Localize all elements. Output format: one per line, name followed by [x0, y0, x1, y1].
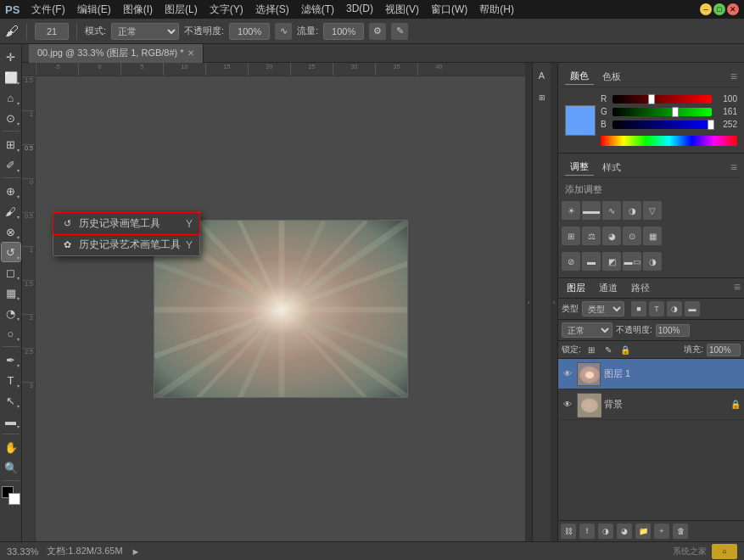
history-brush-tool[interactable]: ↺▾: [2, 243, 20, 261]
mode-select[interactable]: 正常: [111, 23, 179, 40]
type-filter-select[interactable]: 类型: [582, 301, 624, 316]
shape-tool[interactable]: ▬▾: [2, 412, 20, 430]
adj-panel-options[interactable]: ≡: [730, 160, 737, 174]
opacity-input[interactable]: [656, 324, 690, 337]
green-thumb[interactable]: [672, 107, 679, 117]
dodge-tool[interactable]: ○▾: [2, 324, 20, 343]
menu-view[interactable]: 视图(V): [380, 1, 424, 19]
extra-tool-2[interactable]: ⊞: [533, 88, 551, 107]
menu-file[interactable]: 文件(F): [26, 1, 70, 19]
levels-adj[interactable]: ▬▬: [582, 201, 601, 220]
new-adj-layer-btn[interactable]: ◕: [617, 524, 632, 539]
add-mask-btn[interactable]: ◑: [598, 524, 613, 539]
opacity-input[interactable]: [229, 23, 270, 40]
close-button[interactable]: ✕: [727, 3, 739, 15]
lock-all-btn[interactable]: 🔒: [618, 343, 632, 356]
layers-panel-options[interactable]: ≡: [734, 280, 741, 296]
color-tab[interactable]: 颜色: [565, 68, 594, 85]
photo-adj[interactable]: ⊙: [623, 227, 641, 245]
color-panel-options[interactable]: ≡: [730, 70, 737, 83]
flow-input[interactable]: [323, 23, 364, 40]
gradient-tool[interactable]: ▦▾: [2, 283, 20, 302]
layer-1-visibility[interactable]: 👁: [562, 368, 573, 380]
fill-input[interactable]: [707, 344, 741, 356]
new-group-btn[interactable]: 📁: [635, 524, 651, 539]
text-tool[interactable]: T▾: [2, 371, 20, 389]
selection-tool[interactable]: ⬜▾: [2, 68, 20, 87]
spectrum-bar[interactable]: [601, 136, 737, 146]
extra-option-icon[interactable]: ✎: [391, 23, 408, 40]
canvas-inner[interactable]: ↺ 历史记录画笔工具 Y ✿ 历史记录艺术画笔工具 Y: [36, 76, 525, 541]
maximize-button[interactable]: □: [713, 3, 725, 15]
menu-help[interactable]: 帮助(H): [474, 1, 519, 19]
bw-adj[interactable]: ◕: [602, 227, 621, 245]
menu-layer[interactable]: 图层(L): [159, 1, 203, 19]
adj-tab[interactable]: 调整: [565, 159, 594, 176]
swatches-tab[interactable]: 色板: [597, 69, 626, 85]
quick-select-tool[interactable]: ⊙▾: [2, 109, 20, 127]
menu-image[interactable]: 图像(I): [118, 1, 158, 19]
brightness-adj[interactable]: ☀: [562, 201, 580, 220]
delete-layer-btn[interactable]: 🗑: [673, 524, 688, 539]
green-track[interactable]: [613, 108, 712, 116]
brush-size-input[interactable]: [35, 23, 69, 40]
path-select-tool[interactable]: ↖▾: [2, 391, 20, 410]
red-thumb[interactable]: [648, 94, 655, 104]
channels-tab[interactable]: 通道: [594, 280, 623, 296]
layer-bg-visibility[interactable]: 👁: [562, 399, 573, 411]
blue-thumb[interactable]: [708, 120, 714, 130]
collapse-handle-left[interactable]: ›: [525, 63, 532, 541]
exposure-adj[interactable]: ◑: [623, 201, 641, 220]
stamp-tool[interactable]: ⊗▾: [2, 222, 20, 241]
smoothing-icon[interactable]: ⚙: [369, 23, 386, 40]
document-tab[interactable]: 00.jpg @ 33.3% (图层 1, RGB/8#) * ✕: [29, 44, 204, 63]
color-preview[interactable]: [565, 105, 596, 136]
filter-adj[interactable]: ◑: [667, 301, 682, 316]
move-tool[interactable]: ✛: [2, 48, 20, 66]
eyedropper-tool[interactable]: ✐▾: [2, 155, 20, 174]
link-layers-btn[interactable]: ⛓: [561, 524, 576, 539]
colorbal-adj[interactable]: ⚖: [582, 227, 601, 245]
lock-pixels-btn[interactable]: ⊞: [585, 343, 598, 356]
curves-adj[interactable]: ∿: [602, 201, 621, 220]
history-brush-menu-item[interactable]: ↺ 历史记录画笔工具 Y: [53, 213, 199, 234]
layer-item-1[interactable]: 👁 图层 1: [558, 359, 744, 389]
filter-pixel[interactable]: ■: [631, 301, 646, 316]
hsl-adj[interactable]: ⊞: [562, 227, 580, 245]
tab-close-button[interactable]: ✕: [187, 48, 194, 58]
add-style-btn[interactable]: f: [579, 524, 595, 539]
menu-text[interactable]: 文字(Y): [204, 1, 249, 19]
lock-position-btn[interactable]: ✎: [601, 343, 615, 356]
selective-adj[interactable]: ◑: [643, 252, 662, 271]
brush-tool[interactable]: 🖌▾: [2, 202, 20, 221]
blue-track[interactable]: [613, 120, 712, 129]
threshold-adj[interactable]: ◩: [602, 252, 621, 271]
blur-tool[interactable]: ◔▾: [2, 304, 20, 322]
vibrance-adj[interactable]: ▽: [643, 201, 662, 220]
posterize-adj[interactable]: ▬: [582, 252, 601, 271]
blend-mode-select[interactable]: 正常: [562, 322, 613, 338]
pen-tool[interactable]: ✒▾: [2, 350, 20, 369]
red-track[interactable]: [613, 95, 712, 104]
new-layer-btn[interactable]: +: [654, 524, 669, 539]
invert-adj[interactable]: ⊘: [562, 252, 580, 271]
channel-adj[interactable]: ▦: [643, 227, 662, 245]
hand-tool[interactable]: ✋: [2, 438, 20, 456]
paths-tab[interactable]: 路径: [626, 280, 655, 296]
crop-tool[interactable]: ⊞▾: [2, 135, 20, 154]
filter-type[interactable]: T: [649, 301, 664, 316]
eraser-tool[interactable]: ◻▾: [2, 263, 20, 282]
spot-heal-tool[interactable]: ⊕▾: [2, 182, 20, 200]
art-history-brush-menu-item[interactable]: ✿ 历史记录艺术画笔工具 Y: [53, 234, 199, 255]
menu-window[interactable]: 窗口(W): [426, 1, 473, 19]
menu-edit[interactable]: 编辑(E): [72, 1, 116, 19]
menu-3d[interactable]: 3D(D): [341, 1, 378, 19]
minimize-button[interactable]: –: [700, 3, 712, 15]
menu-filter[interactable]: 滤镜(T): [296, 1, 339, 19]
filter-shape[interactable]: ▬: [685, 301, 700, 316]
airbrush-icon[interactable]: ∿: [275, 23, 292, 40]
foreground-bg-color[interactable]: [2, 486, 20, 505]
collapse-handle-right[interactable]: ‹: [551, 63, 557, 541]
zoom-tool[interactable]: 🔍: [2, 458, 20, 477]
lasso-tool[interactable]: ⌂▾: [2, 88, 20, 107]
